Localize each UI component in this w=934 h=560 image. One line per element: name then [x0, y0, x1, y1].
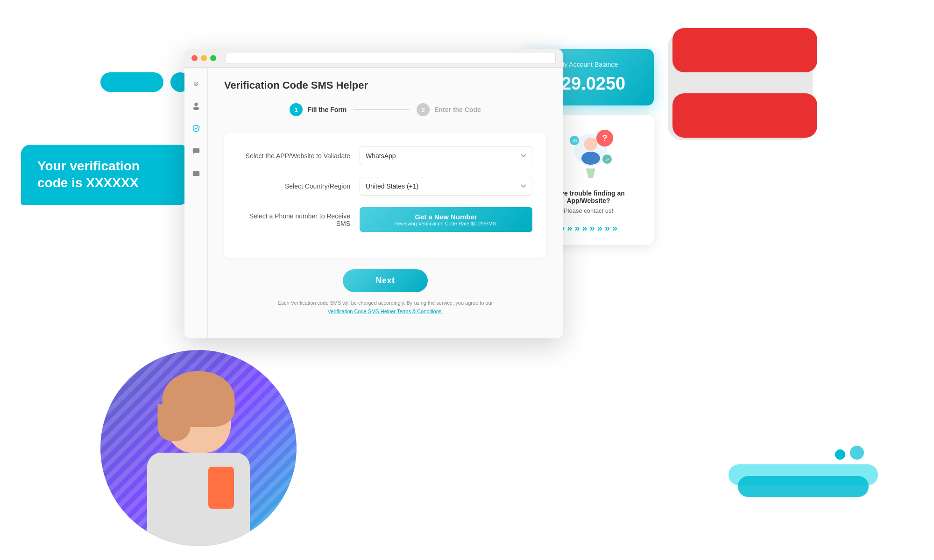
decorative-dot-blue-1 [835, 449, 845, 460]
svg-text:?: ? [602, 133, 608, 143]
app-select[interactable]: WhatsApp Facebook Google Instagram Twitt… [360, 147, 532, 165]
phone-btn-subtitle: Receiving Verification Code Rate:$0.29/S… [369, 221, 523, 226]
country-label: Select Country/Region [238, 182, 350, 190]
arrow-2: » [567, 223, 572, 233]
arrow-7: » [605, 223, 610, 233]
browser-dots [191, 55, 216, 61]
browser-urlbar [226, 53, 556, 64]
form-section: Select the APP/Website to Valiadate What… [224, 133, 546, 258]
help-illustration: ? ✉ ↗ [560, 126, 616, 182]
sidebar-icon-id[interactable] [190, 167, 203, 180]
disclaimer-text: Each Verification code SMS will be charg… [278, 300, 493, 306]
decorative-teal-shape-1 [738, 476, 869, 497]
svg-point-6 [584, 138, 597, 151]
decorative-dot-blue-2 [850, 446, 864, 460]
browser-dot-green[interactable] [210, 55, 216, 61]
person-silhouette [100, 350, 297, 546]
stepper: 1 Fill the Form 2 Enter the Code [224, 103, 546, 116]
get-number-button[interactable]: Get a New Number Receiving Verification … [360, 207, 532, 232]
svg-point-7 [581, 152, 600, 165]
step-2: 2 Enter the Code [417, 103, 481, 116]
form-row-phone: Select a Phone number to Receive SMS Get… [238, 207, 532, 232]
chat-bubble-text: Your verification code is XXXXXX [37, 159, 140, 190]
arrow-8: » [612, 223, 617, 233]
step-1-label: Fill the Form [307, 106, 347, 113]
arrow-4: » [582, 223, 587, 233]
main-content: Verification Code SMS Helper 1 Fill the … [208, 68, 563, 338]
browser-dot-yellow[interactable] [201, 55, 207, 61]
step-1: 1 Fill the Form [290, 103, 347, 116]
arrow-6: » [597, 223, 602, 233]
person-phone [208, 467, 234, 509]
svg-point-4 [194, 173, 196, 175]
step-2-label: Enter the Code [434, 106, 481, 113]
svg-rect-3 [192, 171, 199, 176]
page-title: Verification Code SMS Helper [224, 79, 546, 91]
browser-body: ⊘ Verification Code SMS Helper 1 [184, 68, 563, 338]
next-button[interactable]: Next [343, 269, 427, 292]
arrow-5: » [590, 223, 595, 233]
browser-window: ⊘ Verification Code SMS Helper 1 [184, 49, 563, 338]
bg-decoration-red-bottom [672, 93, 817, 138]
person-hair [163, 371, 235, 427]
sidebar-icon-location[interactable]: ⊘ [190, 77, 203, 90]
person-photo [100, 350, 297, 546]
person-body [147, 453, 250, 546]
sidebar-icon-person[interactable] [190, 99, 203, 112]
app-label: Select the APP/Website to Valiadate [238, 152, 350, 160]
step-2-circle: 2 [417, 103, 430, 116]
decorative-pill-teal [100, 72, 163, 92]
svg-point-0 [194, 103, 198, 106]
chat-bubble: Your verification code is XXXXXX [21, 145, 189, 205]
svg-text:✉: ✉ [573, 138, 577, 144]
country-select[interactable]: United States (+1) United Kingdom (+44) … [360, 177, 532, 196]
sidebar-icon-shield[interactable] [190, 122, 203, 135]
step-divider [354, 109, 410, 110]
arrow-3: » [574, 223, 580, 233]
bg-decoration-red-top [672, 28, 817, 72]
sidebar-icon-message[interactable] [190, 144, 203, 157]
step-1-circle: 1 [290, 103, 303, 116]
svg-rect-2 [192, 148, 199, 153]
disclaimer: Each Verification code SMS will be charg… [224, 299, 546, 315]
browser-sidebar: ⊘ [184, 68, 208, 338]
phone-btn-title: Get a New Number [369, 213, 523, 221]
disclaimer-link[interactable]: Verification Code SMS Helper Terms & Con… [328, 308, 443, 314]
svg-point-1 [193, 107, 199, 110]
browser-dot-red[interactable] [191, 55, 198, 61]
phone-label: Select a Phone number to Receive SMS [238, 212, 350, 227]
form-row-app: Select the APP/Website to Valiadate What… [238, 147, 532, 165]
svg-text:↗: ↗ [605, 157, 609, 162]
browser-titlebar [184, 49, 563, 68]
form-row-country: Select Country/Region United States (+1)… [238, 177, 532, 196]
